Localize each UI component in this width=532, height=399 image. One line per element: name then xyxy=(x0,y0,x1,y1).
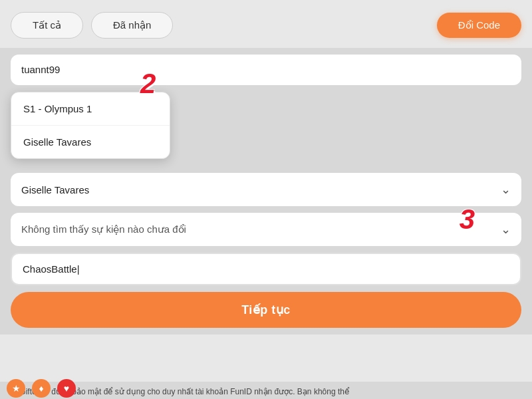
bottom-icon-2: ♦ xyxy=(32,379,51,398)
bottom-icon-1: ★ xyxy=(7,379,25,398)
username-value: tuannt99 xyxy=(21,64,60,75)
character-dropdown[interactable]: Giselle Tavares ⌄ xyxy=(11,173,521,206)
form-section: tuannt99 2 S1 - Olympus 1 Giselle Tavare… xyxy=(0,48,532,334)
character-chevron-icon: ⌄ xyxy=(501,182,511,197)
bottom-icon-3: ♥ xyxy=(57,379,76,398)
badge-2-label: 2 xyxy=(140,68,156,100)
server-dropdown-popup[interactable]: S1 - Olympus 1 Giselle Tavares xyxy=(11,92,170,159)
code-input[interactable] xyxy=(23,263,509,275)
bottom-icons: ★ ♦ ♥ xyxy=(7,379,76,398)
username-row: tuannt99 xyxy=(11,55,521,85)
no-event-label: Không tìm thấy sự kiện nào chưa đổi xyxy=(21,223,186,235)
character-option-giselle[interactable]: Giselle Tavares xyxy=(11,126,170,158)
character-selected: Giselle Tavares xyxy=(21,184,89,196)
footer: 1. Giftcode được bảo mật để sử dụng cho … xyxy=(0,382,532,399)
code-input-box xyxy=(11,253,521,285)
badge-3-label: 3 xyxy=(460,203,475,235)
tab-exchange-button[interactable]: Đổi Code xyxy=(437,13,521,38)
code-input-container: Tiếp tục xyxy=(11,253,521,328)
server-dropdown-container: 2 S1 - Olympus 1 Giselle Tavares S1 - Ol… xyxy=(11,92,521,125)
no-event-row[interactable]: Không tìm thấy sự kiện nào chưa đổi ⌄ xyxy=(11,213,521,246)
tab-received-button[interactable]: Đã nhận xyxy=(91,12,173,39)
no-event-container: 3 Không tìm thấy sự kiện nào chưa đổi ⌄ xyxy=(11,213,521,246)
no-event-chevron-icon: ⌄ xyxy=(501,222,511,237)
tab-all-button[interactable]: Tất cả xyxy=(11,12,83,39)
submit-button[interactable]: Tiếp tục xyxy=(11,292,521,328)
top-bar: Tất cả Đã nhận Đổi Code xyxy=(0,0,532,48)
